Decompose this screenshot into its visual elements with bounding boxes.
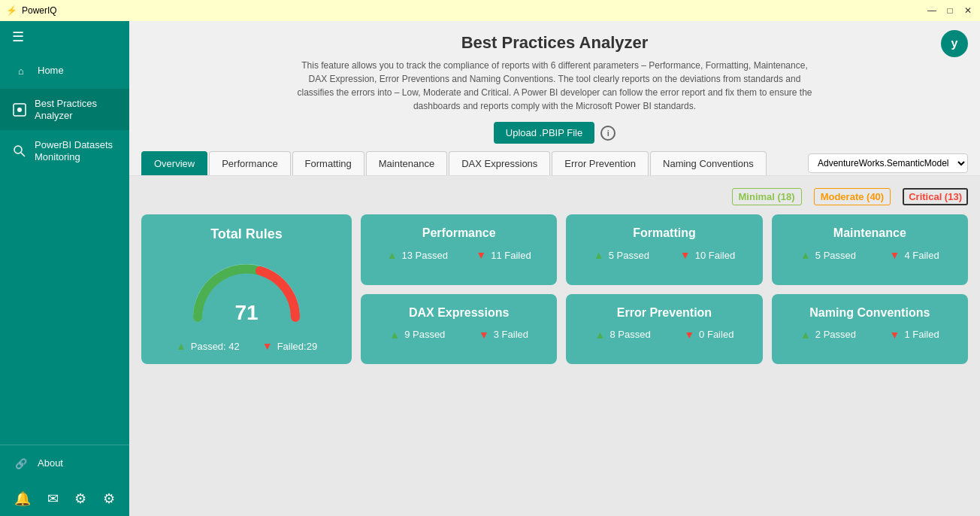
sidebar-best-practices-label: Best Practices Analyzer (35, 98, 117, 121)
perf-up-icon: ▲ (387, 249, 398, 261)
card-naming[interactable]: Naming Conventions ▲ 2 Passed ▼ 1 Failed (772, 294, 968, 365)
title-bar: ⚡ PowerIQ — □ ✕ (0, 0, 980, 21)
performance-stats: ▲ 13 Passed ▼ 11 Failed (373, 249, 545, 261)
dax-failed: ▼ 3 Failed (479, 329, 528, 341)
tab-dax[interactable]: DAX Expressions (449, 151, 550, 175)
naming-passed-label: 2 Passed (815, 329, 856, 340)
app-logo-icon: ⚡ (6, 5, 17, 16)
tab-error[interactable]: Error Prevention (552, 151, 649, 175)
tabs-bar: Overview Performance Formatting Maintena… (129, 151, 980, 176)
maintenance-passed: ▲ 5 Passed (800, 249, 856, 261)
best-practices-icon (12, 101, 27, 119)
naming-passed: ▲ 2 Passed (800, 329, 856, 341)
close-button[interactable]: ✕ (962, 5, 974, 17)
passed-up-icon: ▲ (176, 340, 186, 352)
tools-icon[interactable]: ⚙ (74, 490, 86, 507)
gauge-container: 71 (186, 257, 307, 325)
error-failed: ▼ 0 Failed (684, 329, 733, 341)
settings-icon[interactable]: ⚙ (103, 490, 115, 507)
tab-formatting[interactable]: Formatting (292, 151, 364, 175)
info-icon[interactable]: i (600, 126, 616, 141)
total-rules-title: Total Rules (210, 226, 283, 242)
error-passed-label: 8 Passed (609, 329, 650, 340)
perf-failed-label: 11 Failed (491, 250, 531, 261)
formatting-passed: ▲ 5 Passed (594, 249, 649, 261)
page-title: Best Practices Analyzer (144, 33, 965, 53)
maintenance-failed: ▼ 4 Failed (890, 249, 939, 261)
svg-point-2 (14, 146, 22, 153)
total-stats: ▲ Passed: 42 ▼ Failed:29 (176, 340, 317, 352)
sidebar-home-label: Home (38, 65, 64, 77)
naming-down-icon: ▼ (890, 329, 900, 341)
total-failed: ▼ Failed:29 (262, 340, 317, 352)
naming-failed: ▼ 1 Failed (890, 329, 939, 341)
card-error[interactable]: Error Prevention ▲ 8 Passed ▼ 0 Failed (566, 294, 762, 365)
datasets-icon (12, 142, 27, 160)
failed-label: Failed:29 (277, 341, 317, 352)
sidebar-item-home[interactable]: ⌂ Home (0, 53, 129, 89)
gauge-number: 71 (234, 301, 258, 325)
header-actions: Upload .PBIP File i (144, 122, 965, 144)
app-name: PowerIQ (22, 5, 57, 16)
about-icon: 🔗 (12, 454, 30, 472)
user-avatar[interactable]: y (941, 30, 968, 57)
maint-down-icon: ▼ (890, 249, 900, 261)
tab-naming[interactable]: Naming Conventions (650, 151, 767, 175)
sidebar-about-label: About (38, 457, 63, 469)
maintenance-title: Maintenance (784, 226, 956, 240)
dax-failed-label: 3 Failed (494, 329, 528, 340)
home-icon: ⌂ (12, 62, 30, 80)
page-description: This feature allows you to track the com… (292, 59, 818, 113)
model-select[interactable]: AdventureWorks.SemanticModel (808, 153, 968, 173)
svg-point-1 (17, 108, 22, 112)
dax-passed: ▲ 9 Passed (389, 329, 445, 341)
card-performance[interactable]: Performance ▲ 13 Passed ▼ 11 Failed (361, 214, 557, 285)
sidebar-footer: 🔔 ✉ ⚙ ⚙ (0, 481, 129, 516)
naming-stats: ▲ 2 Passed ▼ 1 Failed (784, 329, 956, 341)
perf-down-icon: ▼ (476, 249, 486, 261)
legend-bar: Minimal (18) Moderate (40) Critical (13) (141, 188, 968, 205)
maint-failed-label: 4 Failed (904, 250, 939, 261)
legend-moderate: Moderate (40) (814, 188, 891, 205)
menu-button[interactable]: ☰ (0, 21, 129, 53)
maint-up-icon: ▲ (800, 249, 811, 261)
error-title: Error Prevention (578, 306, 750, 320)
card-formatting[interactable]: Formatting ▲ 5 Passed ▼ 10 Failed (566, 214, 762, 285)
fmt-up-icon: ▲ (594, 249, 604, 261)
tab-performance[interactable]: Performance (209, 151, 290, 175)
tab-maintenance[interactable]: Maintenance (366, 151, 447, 175)
dax-down-icon: ▼ (479, 329, 489, 341)
sidebar-item-about[interactable]: 🔗 About (0, 445, 129, 481)
main-content: y Best Practices Analyzer This feature a… (129, 21, 980, 516)
failed-down-icon: ▼ (262, 340, 273, 352)
notification-icon[interactable]: 🔔 (14, 490, 31, 507)
overview-panel: Minimal (18) Moderate (40) Critical (13)… (129, 176, 980, 516)
title-bar-left: ⚡ PowerIQ (6, 5, 57, 16)
maintenance-stats: ▲ 5 Passed ▼ 4 Failed (784, 249, 956, 261)
card-dax[interactable]: DAX Expressions ▲ 9 Passed ▼ 3 Failed (361, 294, 557, 365)
naming-up-icon: ▲ (800, 329, 811, 341)
cards-grid: Total Rules 71 (141, 214, 968, 364)
app-layout: ☰ ⌂ Home Best Practices Analyzer PowerBI (0, 21, 980, 516)
sidebar-bottom: 🔗 About 🔔 ✉ ⚙ ⚙ (0, 445, 129, 516)
card-total-rules[interactable]: Total Rules 71 (141, 214, 352, 364)
passed-label: Passed: 42 (191, 341, 240, 352)
email-icon[interactable]: ✉ (47, 490, 59, 507)
maximize-button[interactable]: □ (944, 5, 956, 17)
upload-button[interactable]: Upload .PBIP File (494, 122, 594, 144)
sidebar-datasets-label: PowerBI Datasets Monitoring (35, 139, 117, 162)
fmt-down-icon: ▼ (680, 249, 691, 261)
dax-up-icon: ▲ (389, 329, 400, 341)
sidebar-item-best-practices[interactable]: Best Practices Analyzer (0, 89, 129, 130)
error-down-icon: ▼ (684, 329, 694, 341)
card-maintenance[interactable]: Maintenance ▲ 5 Passed ▼ 4 Failed (772, 214, 968, 285)
minimize-button[interactable]: — (926, 5, 938, 17)
model-select-wrapper: AdventureWorks.SemanticModel (808, 153, 968, 173)
sidebar-item-datasets[interactable]: PowerBI Datasets Monitoring (0, 130, 129, 171)
title-bar-controls: — □ ✕ (926, 5, 974, 17)
formatting-stats: ▲ 5 Passed ▼ 10 Failed (578, 249, 750, 261)
legend-minimal: Minimal (18) (732, 188, 802, 205)
fmt-passed-label: 5 Passed (609, 250, 649, 261)
tab-overview[interactable]: Overview (141, 151, 207, 175)
formatting-failed: ▼ 10 Failed (680, 249, 735, 261)
